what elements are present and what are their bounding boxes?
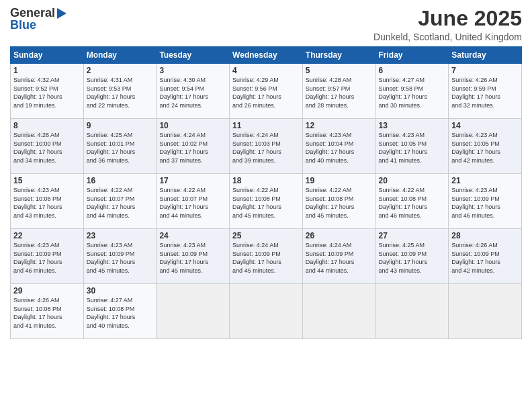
day-number: 24: [159, 231, 226, 240]
day-number: 6: [379, 66, 446, 75]
day-info: Sunrise: 4:23 AM Sunset: 10:04 PM Daylig…: [306, 132, 355, 164]
day-number: 28: [451, 231, 519, 240]
calendar-cell: [230, 284, 303, 339]
day-info: Sunrise: 4:23 AM Sunset: 10:09 PM Daylig…: [451, 187, 500, 219]
day-info: Sunrise: 4:23 AM Sunset: 10:09 PM Daylig…: [159, 242, 208, 274]
day-header-saturday: Saturday: [449, 47, 522, 64]
calendar-cell: 12Sunrise: 4:23 AM Sunset: 10:04 PM Dayl…: [302, 119, 375, 174]
calendar-cell: 10Sunrise: 4:24 AM Sunset: 10:02 PM Dayl…: [157, 119, 230, 174]
page: General Blue June 2025 Dunkeld, Scotland…: [0, 0, 532, 411]
header: General Blue June 2025 Dunkeld, Scotland…: [10, 7, 522, 42]
day-info: Sunrise: 4:23 AM Sunset: 10:09 PM Daylig…: [87, 242, 136, 274]
day-number: 10: [159, 121, 226, 130]
calendar-cell: 27Sunrise: 4:25 AM Sunset: 10:09 PM Dayl…: [375, 229, 449, 284]
day-info: Sunrise: 4:28 AM Sunset: 9:57 PM Dayligh…: [306, 77, 355, 109]
calendar-cell: 6Sunrise: 4:27 AM Sunset: 9:58 PM Daylig…: [375, 64, 449, 119]
day-info: Sunrise: 4:23 AM Sunset: 10:09 PM Daylig…: [13, 242, 62, 274]
day-info: Sunrise: 4:22 AM Sunset: 10:07 PM Daylig…: [159, 187, 208, 219]
calendar-cell: 5Sunrise: 4:28 AM Sunset: 9:57 PM Daylig…: [302, 64, 375, 119]
day-info: Sunrise: 4:24 AM Sunset: 10:02 PM Daylig…: [159, 132, 208, 164]
calendar-cell: 11Sunrise: 4:24 AM Sunset: 10:03 PM Dayl…: [230, 119, 303, 174]
title-area: June 2025 Dunkeld, Scotland, United King…: [373, 7, 522, 42]
day-info: Sunrise: 4:22 AM Sunset: 10:08 PM Daylig…: [306, 187, 355, 219]
day-number: 1: [13, 66, 81, 75]
location-text: Dunkeld, Scotland, United Kingdom: [373, 32, 522, 42]
calendar-cell: [302, 284, 375, 339]
day-info: Sunrise: 4:25 AM Sunset: 10:09 PM Daylig…: [379, 242, 428, 274]
day-info: Sunrise: 4:23 AM Sunset: 10:05 PM Daylig…: [451, 132, 500, 164]
calendar-week-row: 22Sunrise: 4:23 AM Sunset: 10:09 PM Dayl…: [11, 229, 522, 284]
day-number: 25: [232, 231, 300, 240]
day-number: 4: [232, 66, 300, 75]
day-number: 3: [159, 66, 226, 75]
calendar-header: SundayMondayTuesdayWednesdayThursdayFrid…: [11, 47, 522, 64]
calendar-cell: 19Sunrise: 4:22 AM Sunset: 10:08 PM Dayl…: [302, 174, 375, 229]
calendar-cell: 24Sunrise: 4:23 AM Sunset: 10:09 PM Dayl…: [157, 229, 230, 284]
calendar-cell: 20Sunrise: 4:22 AM Sunset: 10:08 PM Dayl…: [375, 174, 449, 229]
day-info: Sunrise: 4:23 AM Sunset: 10:06 PM Daylig…: [13, 187, 62, 219]
calendar-cell: 14Sunrise: 4:23 AM Sunset: 10:05 PM Dayl…: [449, 119, 522, 174]
day-number: 11: [232, 121, 300, 130]
day-info: Sunrise: 4:22 AM Sunset: 10:08 PM Daylig…: [232, 187, 281, 219]
calendar-cell: [449, 284, 522, 339]
logo-general-text: General: [10, 7, 55, 19]
day-number: 18: [232, 176, 300, 185]
day-header-wednesday: Wednesday: [230, 47, 303, 64]
calendar-cell: 3Sunrise: 4:30 AM Sunset: 9:54 PM Daylig…: [157, 64, 230, 119]
day-info: Sunrise: 4:26 AM Sunset: 10:08 PM Daylig…: [13, 297, 62, 329]
day-number: 20: [379, 176, 446, 185]
day-number: 29: [13, 286, 81, 295]
day-number: 19: [306, 176, 373, 185]
day-number: 27: [379, 231, 446, 240]
day-info: Sunrise: 4:26 AM Sunset: 9:59 PM Dayligh…: [451, 77, 500, 109]
day-header-tuesday: Tuesday: [157, 47, 230, 64]
calendar-cell: 16Sunrise: 4:22 AM Sunset: 10:07 PM Dayl…: [83, 174, 157, 229]
calendar-cell: 29Sunrise: 4:26 AM Sunset: 10:08 PM Dayl…: [11, 284, 84, 339]
calendar-week-row: 15Sunrise: 4:23 AM Sunset: 10:06 PM Dayl…: [11, 174, 522, 229]
day-info: Sunrise: 4:30 AM Sunset: 9:54 PM Dayligh…: [159, 77, 208, 109]
day-info: Sunrise: 4:24 AM Sunset: 10:09 PM Daylig…: [232, 242, 281, 274]
day-number: 16: [87, 176, 154, 185]
logo: General Blue: [10, 7, 66, 31]
day-number: 23: [87, 231, 154, 240]
logo-arrow-icon: [57, 8, 66, 19]
day-number: 13: [379, 121, 446, 130]
calendar-cell: 7Sunrise: 4:26 AM Sunset: 9:59 PM Daylig…: [449, 64, 522, 119]
logo-text: General Blue: [10, 7, 66, 31]
calendar-cell: 9Sunrise: 4:25 AM Sunset: 10:01 PM Dayli…: [83, 119, 157, 174]
day-info: Sunrise: 4:29 AM Sunset: 9:56 PM Dayligh…: [232, 77, 281, 109]
day-info: Sunrise: 4:32 AM Sunset: 9:52 PM Dayligh…: [13, 77, 62, 109]
calendar-cell: 30Sunrise: 4:27 AM Sunset: 10:08 PM Dayl…: [83, 284, 157, 339]
calendar-week-row: 1Sunrise: 4:32 AM Sunset: 9:52 PM Daylig…: [11, 64, 522, 119]
calendar-cell: [157, 284, 230, 339]
day-header-thursday: Thursday: [302, 47, 375, 64]
day-number: 26: [306, 231, 373, 240]
day-number: 7: [451, 66, 519, 75]
day-info: Sunrise: 4:22 AM Sunset: 10:07 PM Daylig…: [87, 187, 136, 219]
day-number: 17: [159, 176, 226, 185]
day-number: 30: [87, 286, 154, 295]
day-info: Sunrise: 4:27 AM Sunset: 10:08 PM Daylig…: [87, 297, 136, 329]
calendar-week-row: 29Sunrise: 4:26 AM Sunset: 10:08 PM Dayl…: [11, 284, 522, 339]
day-number: 22: [13, 231, 81, 240]
day-number: 15: [13, 176, 81, 185]
day-number: 5: [306, 66, 373, 75]
day-info: Sunrise: 4:24 AM Sunset: 10:03 PM Daylig…: [232, 132, 281, 164]
calendar-cell: 13Sunrise: 4:23 AM Sunset: 10:05 PM Dayl…: [375, 119, 449, 174]
calendar-table: SundayMondayTuesdayWednesdayThursdayFrid…: [10, 46, 522, 339]
calendar-cell: 1Sunrise: 4:32 AM Sunset: 9:52 PM Daylig…: [11, 64, 84, 119]
day-number: 21: [451, 176, 519, 185]
day-info: Sunrise: 4:25 AM Sunset: 10:01 PM Daylig…: [87, 132, 136, 164]
day-info: Sunrise: 4:23 AM Sunset: 10:05 PM Daylig…: [379, 132, 428, 164]
calendar-cell: 26Sunrise: 4:24 AM Sunset: 10:09 PM Dayl…: [302, 229, 375, 284]
day-header-sunday: Sunday: [11, 47, 84, 64]
calendar-cell: 4Sunrise: 4:29 AM Sunset: 9:56 PM Daylig…: [230, 64, 303, 119]
calendar-week-row: 8Sunrise: 4:26 AM Sunset: 10:00 PM Dayli…: [11, 119, 522, 174]
day-headers-row: SundayMondayTuesdayWednesdayThursdayFrid…: [11, 47, 522, 64]
day-info: Sunrise: 4:27 AM Sunset: 9:58 PM Dayligh…: [379, 77, 428, 109]
calendar-cell: 17Sunrise: 4:22 AM Sunset: 10:07 PM Dayl…: [157, 174, 230, 229]
calendar-cell: 8Sunrise: 4:26 AM Sunset: 10:00 PM Dayli…: [11, 119, 84, 174]
day-header-friday: Friday: [375, 47, 449, 64]
calendar-cell: 2Sunrise: 4:31 AM Sunset: 9:53 PM Daylig…: [83, 64, 157, 119]
day-info: Sunrise: 4:26 AM Sunset: 10:00 PM Daylig…: [13, 132, 62, 164]
